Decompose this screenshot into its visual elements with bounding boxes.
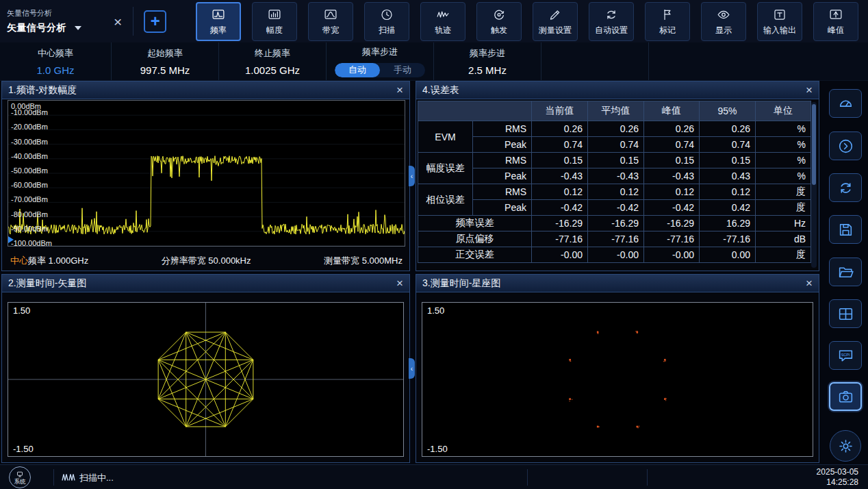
sidebar-single-run-button[interactable]: [829, 131, 862, 160]
ribbon-toolbar: 频率幅度带宽扫描轨迹触发测量设置自动设置标记显示输入输出峰值: [196, 2, 858, 41]
panel-splitter-handle[interactable]: ‹: [409, 166, 415, 186]
table-cell: -0.00: [588, 247, 644, 263]
table-scrollbar[interactable]: [811, 102, 817, 268]
y-axis-label: -50.00dBm: [11, 166, 48, 175]
y-axis-label: -20.00dBm: [11, 123, 48, 131]
toolbar-button-label: 显示: [715, 25, 732, 36]
status-bar: 系统 扫描中... 2025-03-05 14:25:28: [0, 464, 868, 489]
display-icon: [715, 8, 732, 22]
divider: [647, 469, 648, 486]
y-max-label: 1.50: [13, 305, 30, 316]
toolbar-button-amplitude[interactable]: 幅度: [252, 2, 297, 41]
vector-plot[interactable]: 1.50 -1.50: [8, 302, 404, 457]
param-frequency-step-mode[interactable]: 频率步进自动手动: [327, 42, 434, 80]
sweep-icon: [378, 8, 396, 22]
measurement-selector[interactable]: 矢量信号分析 矢量信号分析: [7, 8, 110, 34]
param-label: 中心频率: [38, 47, 73, 60]
panel-error-table-titlebar[interactable]: 4.误差表 ×: [416, 82, 819, 99]
panel-vector-titlebar[interactable]: 2.测量时间-矢量图 ×: [2, 275, 409, 292]
param-center-frequency[interactable]: 中心频率1.0 GHz: [0, 42, 112, 80]
table-cell: -77.16: [644, 231, 700, 247]
table-cell: 0.26: [644, 121, 700, 137]
sidebar-preset-button[interactable]: [829, 89, 862, 118]
sidebar-window-layout-button[interactable]: [829, 299, 862, 328]
rbw-readout: 分辨率带宽 50.000kHz: [162, 255, 251, 267]
system-button[interactable]: 系统: [9, 466, 31, 488]
constellation-plot[interactable]: 1.50 -1.50: [422, 302, 813, 457]
panel-constellation-titlebar[interactable]: 3.测量时间-星座图 ×: [416, 275, 819, 292]
table-row: 幅度误差RMS0.150.150.150.15%: [418, 153, 811, 168]
marker-icon: [659, 8, 676, 22]
sidebar-settings-button[interactable]: [830, 430, 861, 462]
sidebar-save-button[interactable]: [829, 215, 862, 244]
row-sub-label: Peak: [473, 137, 532, 153]
close-measurement-icon[interactable]: ×: [114, 14, 122, 29]
toolbar-button-auto-setup[interactable]: 自动设置: [589, 2, 634, 41]
panel-title: 1.频谱-对数幅度: [8, 84, 77, 97]
io-icon: [771, 8, 789, 22]
param-start-frequency[interactable]: 起始频率997.5 MHz: [112, 42, 219, 80]
unit-cell: %: [756, 153, 811, 168]
param-value: 2.5 MHz: [468, 64, 507, 76]
sidebar-restart-sweep-button[interactable]: [829, 173, 862, 202]
panel-title: 3.测量时间-星座图: [422, 277, 500, 290]
param-value: 997.5 MHz: [140, 64, 190, 76]
y-min-label: -1.50: [13, 444, 34, 454]
spectrum-plot[interactable]: 0.00dBm-10.00dBm-20.00dBm-30.00dBm-40.00…: [8, 100, 405, 247]
table-cell: -0.43: [644, 168, 700, 184]
add-measurement-button[interactable]: +: [144, 10, 166, 33]
toolbar-button-marker[interactable]: 标记: [645, 2, 690, 41]
unit-cell: dB: [756, 231, 811, 247]
toggle-option[interactable]: 自动: [335, 63, 380, 77]
close-icon[interactable]: ×: [806, 84, 813, 96]
param-frequency-step[interactable]: 频率步进2.5 MHz: [434, 42, 541, 80]
divider: [133, 7, 133, 36]
toolbar-button-bandwidth[interactable]: 带宽: [308, 2, 353, 41]
unit-cell: 度: [756, 200, 811, 216]
app-title: 矢量信号分析: [7, 22, 66, 34]
toolbar-button-sweep[interactable]: 扫描: [364, 2, 409, 41]
scrollbar-thumb[interactable]: [812, 104, 816, 185]
panel-spectrum-titlebar[interactable]: 1.频谱-对数幅度 ×: [2, 82, 409, 99]
divider: [53, 469, 54, 486]
table-cell: -77.16: [588, 231, 644, 247]
auto-setup-icon: [602, 8, 620, 22]
table-header: 当前值: [532, 101, 588, 121]
param-spacer: [649, 42, 868, 80]
sidebar-open-file-button[interactable]: [829, 258, 862, 286]
top-toolbar: 矢量信号分析 矢量信号分析 × + 频率幅度带宽扫描轨迹触发测量设置自动设置标记…: [0, 0, 868, 42]
chevron-down-icon[interactable]: [75, 26, 81, 30]
open-icon: [837, 264, 854, 281]
toolbar-button-frequency[interactable]: 频率: [196, 2, 241, 41]
restart-icon: [837, 179, 854, 197]
table-row: 原点偏移-77.16-77.16-77.16-77.16dB: [418, 231, 811, 247]
toolbar-button-io[interactable]: 输入输出: [757, 2, 802, 41]
table-cell: 0.15: [532, 153, 588, 168]
toggle-option[interactable]: 手动: [380, 63, 425, 77]
unit-cell: %: [756, 168, 811, 184]
auto-manual-toggle[interactable]: 自动手动: [335, 63, 425, 77]
sidebar-scpi-button[interactable]: SCPI: [829, 341, 862, 370]
toolbar-button-peak[interactable]: 峰值: [813, 2, 858, 41]
close-icon[interactable]: ×: [396, 277, 403, 289]
measurement-tab-area: 矢量信号分析 矢量信号分析 × +: [7, 5, 166, 37]
close-icon[interactable]: ×: [396, 84, 403, 96]
table-cell: -0.42: [644, 200, 700, 216]
toolbar-button-label: 测量设置: [539, 25, 572, 36]
row-group-label: EVM: [418, 121, 473, 153]
toolbar-button-trigger[interactable]: 触发: [476, 2, 522, 41]
table-cell: 0.74: [644, 137, 700, 153]
panel-splitter-handle[interactable]: ‹: [409, 358, 415, 379]
param-stop-frequency[interactable]: 终止频率1.0025 GHz: [219, 42, 327, 80]
toolbar-button-trace[interactable]: 轨迹: [420, 2, 465, 41]
table-cell: 0.74: [588, 137, 644, 153]
table-cell: -0.00: [644, 247, 700, 263]
close-icon[interactable]: ×: [806, 277, 813, 289]
y-axis-label: -90.00dBm: [11, 225, 48, 233]
toolbar-button-meas-setup[interactable]: 测量设置: [533, 2, 578, 41]
sidebar-screenshot-button[interactable]: [829, 382, 862, 411]
table-cell: -0.43: [588, 168, 644, 184]
vector-trace: [8, 303, 403, 456]
toolbar-button-display[interactable]: 显示: [701, 2, 746, 41]
toolbar-button-label: 标记: [659, 25, 676, 36]
